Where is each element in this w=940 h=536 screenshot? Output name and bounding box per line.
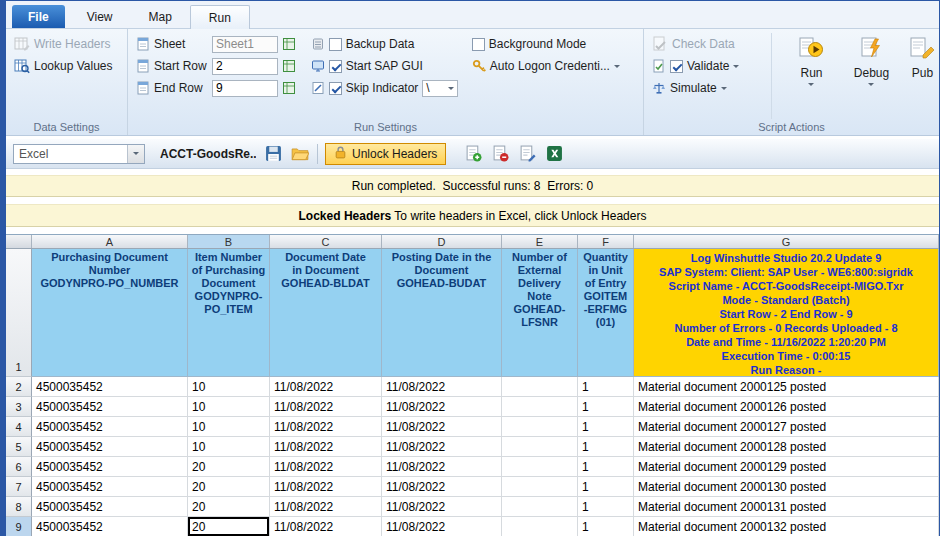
check-data-button[interactable]: Check Data: [652, 33, 739, 55]
cell-D4[interactable]: 11/08/2022: [382, 417, 502, 437]
cell-E5[interactable]: [502, 437, 578, 457]
start-sap-gui-checkbox[interactable]: [329, 60, 342, 73]
cell-C7[interactable]: 11/08/2022: [270, 477, 382, 497]
write-headers-button[interactable]: Write Headers: [14, 33, 113, 55]
cell-A4[interactable]: 4500035452: [32, 417, 188, 437]
cell-B1[interactable]: Item Number of Purchasing Document GODYN…: [188, 249, 270, 377]
cell-D2[interactable]: 11/08/2022: [382, 377, 502, 397]
background-mode-checkbox[interactable]: [472, 38, 485, 51]
cell-B3[interactable]: 10: [188, 397, 270, 417]
cell-B7[interactable]: 20: [188, 477, 270, 497]
cell-A9[interactable]: 4500035452: [32, 517, 188, 536]
column-header-d[interactable]: D: [382, 235, 502, 248]
log-cell[interactable]: Log Winshuttle Studio 20.2 Update 9 SAP …: [634, 249, 939, 377]
edit-document-button[interactable]: [517, 144, 537, 164]
skip-indicator-select[interactable]: \: [422, 80, 458, 97]
cell-G6[interactable]: Material document 2000129 posted: [634, 457, 939, 477]
cell-G8[interactable]: Material document 2000131 posted: [634, 497, 939, 517]
auto-logon-button[interactable]: Auto Logon Credenti...: [472, 55, 625, 77]
lookup-values-button[interactable]: Lookup Values: [14, 55, 113, 77]
cell-D6[interactable]: 11/08/2022: [382, 457, 502, 477]
cell-A2[interactable]: 4500035452: [32, 377, 188, 397]
tab-view[interactable]: View: [69, 5, 131, 28]
cell-A8[interactable]: 4500035452: [32, 497, 188, 517]
data-source-select[interactable]: Excel: [13, 144, 145, 164]
open-button[interactable]: [290, 144, 310, 164]
add-document-button[interactable]: [463, 144, 483, 164]
cell-B8[interactable]: 20: [188, 497, 270, 517]
cell-D1[interactable]: Posting Date in the Document GOHEAD-BUDA…: [382, 249, 502, 377]
cell-G2[interactable]: Material document 2000125 posted: [634, 377, 939, 397]
start-row-map-icon[interactable]: [282, 59, 296, 73]
cell-C9[interactable]: 11/08/2022: [270, 517, 382, 536]
cell-D7[interactable]: 11/08/2022: [382, 477, 502, 497]
cell-C8[interactable]: 11/08/2022: [270, 497, 382, 517]
end-row-map-icon[interactable]: [282, 81, 296, 95]
cell-E6[interactable]: [502, 457, 578, 477]
cell-C2[interactable]: 11/08/2022: [270, 377, 382, 397]
cell-B5[interactable]: 10: [188, 437, 270, 457]
cell-A1[interactable]: Purchasing Document Number GODYNPRO-PO_N…: [32, 249, 188, 377]
cell-F5[interactable]: 1: [578, 437, 634, 457]
end-row-input[interactable]: [212, 80, 278, 97]
publish-button[interactable]: Pub: [908, 35, 936, 80]
cell-C3[interactable]: 11/08/2022: [270, 397, 382, 417]
tab-run[interactable]: Run: [190, 5, 250, 29]
cell-D5[interactable]: 11/08/2022: [382, 437, 502, 457]
cell-F1[interactable]: Quantity in Unit of Entry GOITEM -ERFMG …: [578, 249, 634, 377]
cell-F7[interactable]: 1: [578, 477, 634, 497]
cell-B4[interactable]: 10: [188, 417, 270, 437]
row-number[interactable]: 8: [6, 497, 32, 517]
row-number[interactable]: 1: [6, 249, 32, 377]
select-all-corner[interactable]: [6, 235, 32, 248]
cell-F2[interactable]: 1: [578, 377, 634, 397]
start-row-input[interactable]: [212, 58, 278, 75]
cell-G7[interactable]: Material document 2000130 posted: [634, 477, 939, 497]
backup-data-checkbox[interactable]: [329, 38, 342, 51]
cell-F4[interactable]: 1: [578, 417, 634, 437]
cell-E7[interactable]: [502, 477, 578, 497]
cell-G5[interactable]: Material document 2000128 posted: [634, 437, 939, 457]
cell-E4[interactable]: [502, 417, 578, 437]
cell-C1[interactable]: Document Date in Document GOHEAD-BLDAT: [270, 249, 382, 377]
validate-checkbox[interactable]: [670, 60, 683, 73]
column-header-e[interactable]: E: [502, 235, 578, 248]
column-header-a[interactable]: A: [32, 235, 188, 248]
cell-A3[interactable]: 4500035452: [32, 397, 188, 417]
cell-E9[interactable]: [502, 517, 578, 536]
cell-F3[interactable]: 1: [578, 397, 634, 417]
column-header-b[interactable]: B: [188, 235, 270, 248]
sheet-input[interactable]: [212, 36, 278, 53]
cell-E2[interactable]: [502, 377, 578, 397]
sheet-map-icon[interactable]: [282, 37, 296, 51]
row-number[interactable]: 7: [6, 477, 32, 497]
cell-G4[interactable]: Material document 2000127 posted: [634, 417, 939, 437]
row-number[interactable]: 2: [6, 377, 32, 397]
cell-E8[interactable]: [502, 497, 578, 517]
cell-B2[interactable]: 10: [188, 377, 270, 397]
unlock-headers-button[interactable]: Unlock Headers: [325, 143, 446, 165]
tab-file[interactable]: File: [12, 5, 65, 28]
run-button[interactable]: Run: [788, 35, 834, 89]
column-header-g[interactable]: G: [634, 235, 939, 248]
cell-B9[interactable]: 20: [188, 517, 270, 536]
cell-F9[interactable]: 1: [578, 517, 634, 536]
row-number[interactable]: 3: [6, 397, 32, 417]
cell-A6[interactable]: 4500035452: [32, 457, 188, 477]
save-button[interactable]: [263, 144, 283, 164]
skip-indicator-checkbox[interactable]: [329, 82, 342, 95]
column-header-c[interactable]: C: [270, 235, 382, 248]
cell-C5[interactable]: 11/08/2022: [270, 437, 382, 457]
cell-E1[interactable]: Number of External Delivery Note GOHEAD-…: [502, 249, 578, 377]
remove-document-button[interactable]: [490, 144, 510, 164]
cell-A7[interactable]: 4500035452: [32, 477, 188, 497]
column-header-f[interactable]: F: [578, 235, 634, 248]
row-number[interactable]: 4: [6, 417, 32, 437]
cell-C4[interactable]: 11/08/2022: [270, 417, 382, 437]
cell-D3[interactable]: 11/08/2022: [382, 397, 502, 417]
validate-button[interactable]: Validate: [652, 55, 739, 77]
cell-G3[interactable]: Material document 2000126 posted: [634, 397, 939, 417]
cell-G9[interactable]: Material document 2000132 posted: [634, 517, 939, 536]
tab-map[interactable]: Map: [130, 5, 189, 28]
cell-D9[interactable]: 11/08/2022: [382, 517, 502, 536]
